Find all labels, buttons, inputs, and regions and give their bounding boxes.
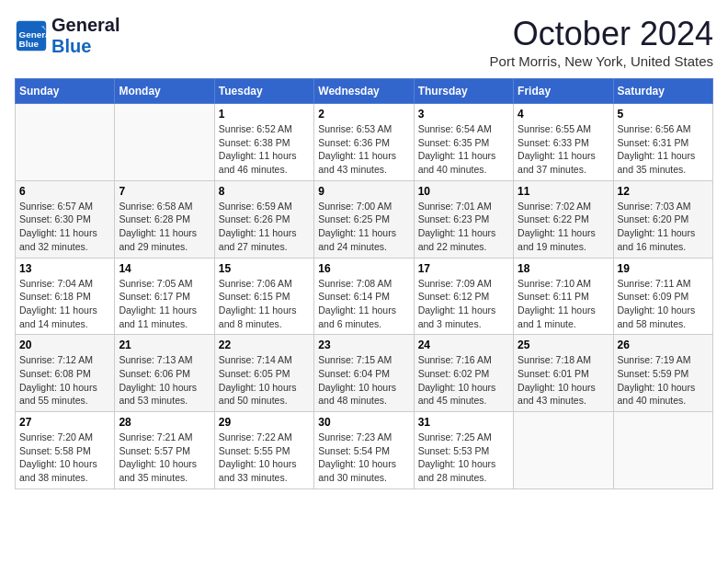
day-info: Sunrise: 6:52 AM Sunset: 6:38 PM Dayligh…	[219, 122, 310, 177]
weekday-header: Tuesday	[214, 79, 313, 104]
day-number: 9	[318, 185, 409, 198]
calendar-cell: 23Sunrise: 7:15 AM Sunset: 6:04 PM Dayli…	[314, 335, 414, 412]
day-info: Sunrise: 7:01 AM Sunset: 6:23 PM Dayligh…	[418, 200, 509, 254]
calendar-cell: 6Sunrise: 6:57 AM Sunset: 6:30 PM Daylig…	[16, 180, 115, 258]
day-info: Sunrise: 7:16 AM Sunset: 6:02 PM Dayligh…	[418, 353, 509, 408]
day-info: Sunrise: 7:02 AM Sunset: 6:22 PM Dayligh…	[518, 200, 609, 254]
weekday-header-row: SundayMondayTuesdayWednesdayThursdayFrid…	[16, 79, 713, 104]
calendar-cell: 31Sunrise: 7:25 AM Sunset: 5:53 PM Dayli…	[414, 412, 513, 489]
day-number: 4	[518, 108, 609, 121]
calendar-cell: 22Sunrise: 7:14 AM Sunset: 6:05 PM Dayli…	[214, 335, 313, 412]
day-info: Sunrise: 7:10 AM Sunset: 6:11 PM Dayligh…	[518, 277, 609, 331]
day-number: 21	[119, 339, 210, 351]
day-info: Sunrise: 6:58 AM Sunset: 6:28 PM Dayligh…	[119, 200, 210, 254]
day-info: Sunrise: 7:08 AM Sunset: 6:14 PM Dayligh…	[318, 277, 409, 331]
day-number: 22	[219, 339, 310, 351]
calendar-cell: 12Sunrise: 7:03 AM Sunset: 6:20 PM Dayli…	[613, 180, 712, 258]
day-number: 23	[318, 339, 409, 351]
calendar-cell: 24Sunrise: 7:16 AM Sunset: 6:02 PM Dayli…	[414, 335, 513, 412]
calendar-cell: 3Sunrise: 6:54 AM Sunset: 6:35 PM Daylig…	[414, 104, 513, 181]
svg-text:Blue: Blue	[19, 39, 40, 49]
day-number: 31	[418, 416, 509, 429]
calendar-week-row: 1Sunrise: 6:52 AM Sunset: 6:38 PM Daylig…	[16, 104, 713, 181]
calendar-cell	[16, 104, 115, 181]
day-number: 20	[19, 339, 110, 351]
weekday-header: Saturday	[613, 79, 712, 104]
calendar-week-row: 13Sunrise: 7:04 AM Sunset: 6:18 PM Dayli…	[16, 258, 713, 335]
day-number: 29	[219, 416, 310, 429]
weekday-header: Thursday	[414, 79, 513, 104]
day-info: Sunrise: 7:06 AM Sunset: 6:15 PM Dayligh…	[219, 277, 310, 331]
day-info: Sunrise: 7:00 AM Sunset: 6:25 PM Dayligh…	[318, 200, 409, 254]
calendar-cell: 29Sunrise: 7:22 AM Sunset: 5:55 PM Dayli…	[214, 412, 313, 489]
day-number: 25	[518, 339, 609, 351]
day-number: 28	[119, 416, 210, 429]
weekday-header: Friday	[514, 79, 613, 104]
calendar-cell: 9Sunrise: 7:00 AM Sunset: 6:25 PM Daylig…	[314, 180, 414, 258]
calendar-cell: 26Sunrise: 7:19 AM Sunset: 5:59 PM Dayli…	[613, 335, 712, 412]
day-number: 13	[19, 262, 110, 275]
calendar-cell	[115, 104, 214, 181]
title-section: October 2024 Port Morris, New York, Unit…	[490, 15, 713, 69]
calendar-cell: 14Sunrise: 7:05 AM Sunset: 6:17 PM Dayli…	[115, 258, 214, 335]
calendar-cell: 1Sunrise: 6:52 AM Sunset: 6:38 PM Daylig…	[214, 104, 313, 181]
calendar-cell: 15Sunrise: 7:06 AM Sunset: 6:15 PM Dayli…	[214, 258, 313, 335]
calendar-table: SundayMondayTuesdayWednesdayThursdayFrid…	[15, 78, 713, 489]
calendar-cell: 21Sunrise: 7:13 AM Sunset: 6:06 PM Dayli…	[115, 335, 214, 412]
day-info: Sunrise: 7:18 AM Sunset: 6:01 PM Dayligh…	[518, 353, 609, 408]
day-number: 15	[219, 262, 310, 275]
calendar-cell: 20Sunrise: 7:12 AM Sunset: 6:08 PM Dayli…	[16, 335, 115, 412]
day-number: 16	[318, 262, 409, 275]
day-info: Sunrise: 7:20 AM Sunset: 5:58 PM Dayligh…	[19, 431, 110, 485]
day-info: Sunrise: 7:14 AM Sunset: 6:05 PM Dayligh…	[219, 353, 310, 408]
logo-icon: General Blue	[15, 19, 48, 52]
location: Port Morris, New York, United States	[490, 53, 713, 69]
day-number: 14	[119, 262, 210, 275]
day-info: Sunrise: 7:13 AM Sunset: 6:06 PM Dayligh…	[119, 353, 210, 408]
day-number: 19	[618, 262, 709, 275]
calendar-cell: 11Sunrise: 7:02 AM Sunset: 6:22 PM Dayli…	[514, 180, 613, 258]
weekday-header: Wednesday	[314, 79, 414, 104]
day-info: Sunrise: 6:56 AM Sunset: 6:31 PM Dayligh…	[618, 122, 709, 177]
calendar-cell	[613, 412, 712, 489]
day-info: Sunrise: 6:59 AM Sunset: 6:26 PM Dayligh…	[219, 200, 310, 254]
calendar-cell: 4Sunrise: 6:55 AM Sunset: 6:33 PM Daylig…	[514, 104, 613, 181]
calendar-cell: 5Sunrise: 6:56 AM Sunset: 6:31 PM Daylig…	[613, 104, 712, 181]
day-number: 10	[418, 185, 509, 198]
day-number: 11	[518, 185, 609, 198]
day-info: Sunrise: 7:11 AM Sunset: 6:09 PM Dayligh…	[618, 277, 709, 331]
day-info: Sunrise: 6:55 AM Sunset: 6:33 PM Dayligh…	[518, 122, 609, 177]
calendar-week-row: 6Sunrise: 6:57 AM Sunset: 6:30 PM Daylig…	[16, 180, 713, 258]
weekday-header: Monday	[115, 79, 214, 104]
day-info: Sunrise: 7:15 AM Sunset: 6:04 PM Dayligh…	[318, 353, 409, 408]
day-info: Sunrise: 7:04 AM Sunset: 6:18 PM Dayligh…	[19, 277, 110, 331]
calendar-cell: 10Sunrise: 7:01 AM Sunset: 6:23 PM Dayli…	[414, 180, 513, 258]
day-info: Sunrise: 7:09 AM Sunset: 6:12 PM Dayligh…	[418, 277, 509, 331]
calendar-week-row: 27Sunrise: 7:20 AM Sunset: 5:58 PM Dayli…	[16, 412, 713, 489]
day-info: Sunrise: 6:54 AM Sunset: 6:35 PM Dayligh…	[418, 122, 509, 177]
logo: General Blue General Blue	[15, 15, 119, 57]
day-number: 12	[618, 185, 709, 198]
calendar-cell: 25Sunrise: 7:18 AM Sunset: 6:01 PM Dayli…	[514, 335, 613, 412]
page-header: General Blue General Blue October 2024 P…	[15, 15, 713, 69]
day-number: 30	[318, 416, 409, 429]
day-number: 6	[19, 185, 110, 198]
calendar-cell: 16Sunrise: 7:08 AM Sunset: 6:14 PM Dayli…	[314, 258, 414, 335]
day-number: 26	[618, 339, 709, 351]
calendar-week-row: 20Sunrise: 7:12 AM Sunset: 6:08 PM Dayli…	[16, 335, 713, 412]
day-info: Sunrise: 7:23 AM Sunset: 5:54 PM Dayligh…	[318, 431, 409, 485]
day-info: Sunrise: 7:22 AM Sunset: 5:55 PM Dayligh…	[219, 431, 310, 485]
calendar-cell: 2Sunrise: 6:53 AM Sunset: 6:36 PM Daylig…	[314, 104, 414, 181]
day-info: Sunrise: 7:19 AM Sunset: 5:59 PM Dayligh…	[618, 353, 709, 408]
day-info: Sunrise: 6:53 AM Sunset: 6:36 PM Dayligh…	[318, 122, 409, 177]
day-info: Sunrise: 7:25 AM Sunset: 5:53 PM Dayligh…	[418, 431, 509, 485]
day-info: Sunrise: 7:12 AM Sunset: 6:08 PM Dayligh…	[19, 353, 110, 408]
day-number: 3	[418, 108, 509, 121]
day-number: 7	[119, 185, 210, 198]
day-number: 2	[318, 108, 409, 121]
calendar-cell: 27Sunrise: 7:20 AM Sunset: 5:58 PM Dayli…	[16, 412, 115, 489]
calendar-cell: 28Sunrise: 7:21 AM Sunset: 5:57 PM Dayli…	[115, 412, 214, 489]
month-title: October 2024	[490, 15, 713, 53]
day-info: Sunrise: 7:05 AM Sunset: 6:17 PM Dayligh…	[119, 277, 210, 331]
calendar-cell: 8Sunrise: 6:59 AM Sunset: 6:26 PM Daylig…	[214, 180, 313, 258]
